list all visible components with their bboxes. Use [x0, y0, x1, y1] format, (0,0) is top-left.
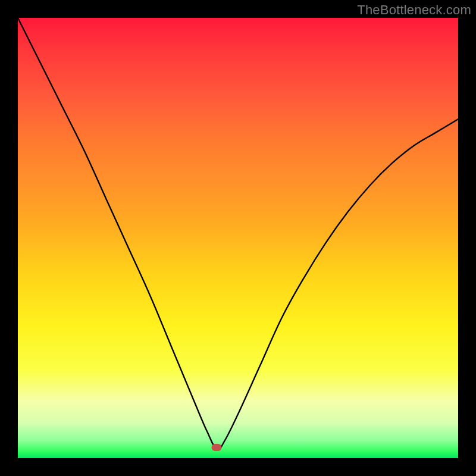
chart-frame: TheBottleneck.com — [0, 0, 476, 476]
bottleneck-curve — [18, 18, 458, 458]
plot-area — [18, 18, 458, 458]
watermark-text: TheBottleneck.com — [357, 2, 471, 18]
minimum-marker — [212, 444, 222, 451]
